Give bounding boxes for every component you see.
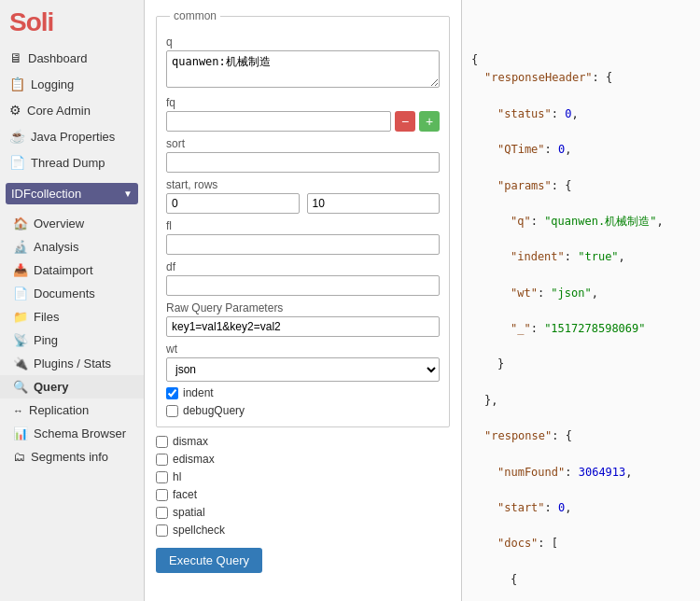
numfound-line: "numFound": 3064913, xyxy=(471,464,691,482)
overview-icon: 🏠 xyxy=(13,217,28,231)
sidebar-label-segments: Segments info xyxy=(31,450,108,464)
edismax-row: edismax xyxy=(156,453,450,466)
main-content: common q quanwen:机械制造 fq − + sort start,… xyxy=(145,0,700,601)
sidebar-label-dataimport: Dataimport xyxy=(34,263,93,277)
param-underscore-line: "_": "1517278598069" xyxy=(471,320,691,338)
sidebar-label-logging: Logging xyxy=(31,77,74,91)
qtime-line: "QTime": 0, xyxy=(471,141,691,159)
documents-icon: 📄 xyxy=(13,287,28,300)
query-icon: 🔍 xyxy=(13,380,28,394)
sidebar-item-replication[interactable]: ↔ Replication xyxy=(0,398,144,422)
sidebar-item-segments-info[interactable]: 🗂 Segments info xyxy=(0,445,144,468)
status-line: "status": 0, xyxy=(471,105,691,123)
param-q-line: "q": "quanwen.机械制造", xyxy=(471,213,691,231)
facet-checkbox[interactable] xyxy=(156,489,168,501)
schema-icon: 📊 xyxy=(13,426,28,440)
sidebar-item-documents[interactable]: 📄 Documents xyxy=(0,282,144,305)
sidebar-item-dashboard[interactable]: 🖥 Dashboard xyxy=(0,45,144,71)
result-panel: { "responseHeader": { "status": 0, "QTim… xyxy=(462,0,700,601)
sidebar-label-ping: Ping xyxy=(34,333,58,347)
df-input[interactable] xyxy=(166,275,440,296)
spellcheck-row: spellcheck xyxy=(156,524,450,537)
indent-label: indent xyxy=(183,386,214,399)
edismax-label: edismax xyxy=(173,453,215,466)
sidebar-label-dashboard: Dashboard xyxy=(28,51,88,65)
sidebar-item-schema-browser[interactable]: 📊 Schema Browser xyxy=(0,422,144,445)
sidebar-item-plugins-stats[interactable]: 🔌 Plugins / Stats xyxy=(0,352,144,375)
fieldset-legend: common xyxy=(170,9,220,22)
hl-checkbox[interactable] xyxy=(156,471,168,483)
fq-plus-button[interactable]: + xyxy=(419,111,440,132)
replication-icon: ↔ xyxy=(13,405,23,416)
open-brace: { xyxy=(471,53,478,66)
thread-dump-icon: 📄 xyxy=(9,155,25,170)
sidebar-label-plugins: Plugins / Stats xyxy=(34,356,111,370)
edismax-checkbox[interactable] xyxy=(156,454,168,466)
rows-input[interactable] xyxy=(307,193,441,214)
fq-label: fq xyxy=(166,96,440,109)
q-input[interactable]: quanwen:机械制造 xyxy=(166,50,440,88)
fq-input[interactable] xyxy=(166,111,391,132)
hl-row: hl xyxy=(156,470,450,483)
execute-query-button[interactable]: Execute Query xyxy=(156,548,262,573)
spellcheck-label: spellcheck xyxy=(173,524,225,537)
sidebar-label-core-admin: Core Admin xyxy=(27,104,91,118)
params-close: } xyxy=(471,356,691,373)
wt-select[interactable]: json xml csv python ruby xyxy=(166,357,440,382)
sidebar-item-java-properties[interactable]: ☕ Java Properties xyxy=(0,123,144,149)
facet-label: facet xyxy=(173,488,197,501)
spatial-checkbox[interactable] xyxy=(156,507,168,519)
sidebar-item-files[interactable]: 📁 Files xyxy=(0,305,144,328)
sidebar-item-ping[interactable]: 📡 Ping xyxy=(0,328,144,352)
sort-input[interactable] xyxy=(166,152,440,173)
sidebar-item-logging[interactable]: 📋 Logging xyxy=(0,71,144,97)
raw-params-input[interactable] xyxy=(166,316,440,337)
debugquery-row: debugQuery xyxy=(166,404,440,417)
sort-label: sort xyxy=(166,137,440,150)
sidebar-label-schema: Schema Browser xyxy=(34,426,126,440)
core-admin-icon: ⚙ xyxy=(9,103,21,118)
raw-params-label: Raw Query Parameters xyxy=(166,301,440,314)
fq-minus-button[interactable]: − xyxy=(395,111,415,132)
docs-line: "docs": [ xyxy=(471,535,691,552)
sidebar-label-replication: Replication xyxy=(29,403,89,417)
sidebar-item-core-admin[interactable]: ⚙ Core Admin xyxy=(0,97,144,123)
facet-row: facet xyxy=(156,488,450,501)
result-content: { "responseHeader": { "status": 0, "QTim… xyxy=(471,34,691,601)
params-line: "params": { xyxy=(471,177,691,195)
fl-input[interactable] xyxy=(166,234,440,255)
dashboard-icon: 🖥 xyxy=(9,50,22,65)
app-logo: Soli xyxy=(0,0,144,45)
sidebar-label-java: Java Properties xyxy=(31,130,115,144)
df-label: df xyxy=(166,260,440,273)
start-input[interactable] xyxy=(166,193,300,214)
sidebar-item-query[interactable]: 🔍 Query xyxy=(0,375,144,398)
sidebar-label-files: Files xyxy=(34,310,59,324)
collection-selector[interactable]: IDFcollection ▼ xyxy=(6,183,138,204)
ping-icon: 📡 xyxy=(13,333,28,347)
sidebar-item-overview[interactable]: 🏠 Overview xyxy=(0,212,144,235)
logging-icon: 📋 xyxy=(9,77,25,91)
start-rows-label: start, rows xyxy=(166,178,440,191)
debug-query-checkbox[interactable] xyxy=(166,405,178,417)
files-icon: 📁 xyxy=(13,310,28,324)
sidebar-item-thread-dump[interactable]: 📄 Thread Dump xyxy=(0,149,144,175)
dismax-checkbox[interactable] xyxy=(156,436,168,448)
sidebar-item-dataimport[interactable]: 📥 Dataimport xyxy=(0,259,144,282)
param-indent-line: "indent": "true", xyxy=(471,248,691,266)
sidebar-item-analysis[interactable]: 🔬 Analysis xyxy=(0,235,144,259)
sidebar-label-analysis: Analysis xyxy=(34,240,78,254)
wt-label: wt xyxy=(166,342,440,356)
indent-checkbox[interactable] xyxy=(166,387,178,399)
q-label: q xyxy=(166,35,440,49)
sidebar-label-query: Query xyxy=(34,380,69,394)
hl-label: hl xyxy=(173,470,181,483)
doc-0-open: { xyxy=(471,571,691,589)
sidebar-label-overview: Overview xyxy=(34,217,84,231)
fl-label: fl xyxy=(166,219,440,232)
collection-label: IDFcollection xyxy=(11,187,81,201)
dismax-label: dismax xyxy=(173,435,208,448)
spatial-row: spatial xyxy=(156,506,450,519)
spellcheck-checkbox[interactable] xyxy=(156,524,168,537)
start-line: "start": 0, xyxy=(471,499,691,517)
